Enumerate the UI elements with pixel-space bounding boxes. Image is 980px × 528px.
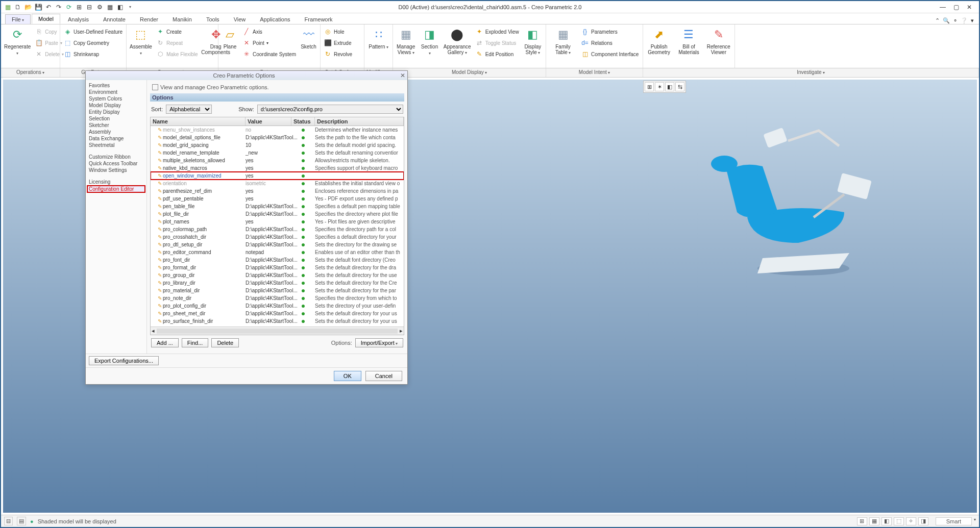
- toggle-status-button[interactable]: ⇄Toggle Status: [475, 38, 519, 48]
- tab-analysis[interactable]: Analysis: [61, 14, 95, 24]
- revolve-button[interactable]: ↻Revolve: [324, 49, 352, 59]
- tab-model[interactable]: Model: [32, 14, 60, 24]
- copy-button[interactable]: ⎘Copy: [35, 27, 64, 37]
- undo-icon[interactable]: ↶: [44, 3, 53, 12]
- find-button[interactable]: Find...: [182, 338, 209, 347]
- selection-filter[interactable]: Smart: [936, 517, 972, 525]
- option-row[interactable]: ✎pro_material_dirD:\applic\4KStartTool..…: [151, 287, 404, 294]
- option-row[interactable]: ✎pro_surface_finish_dirD:\applic\4KStart…: [151, 317, 404, 325]
- sb-6-icon[interactable]: ◨: [918, 517, 928, 525]
- ref-viewer-button[interactable]: ✎Reference Viewer: [706, 27, 731, 55]
- point-button[interactable]: ✕Point▾: [242, 38, 296, 48]
- dialog-titlebar[interactable]: Creo Parametric Options ✕: [86, 71, 407, 80]
- nav-environment[interactable]: Environment: [87, 89, 145, 95]
- copy-geom-button[interactable]: ⬚Copy Geometry: [63, 38, 122, 48]
- option-row[interactable]: ✎pro_group_dirD:\applic\4KStartTool...●S…: [151, 271, 404, 279]
- hole-button[interactable]: ◎Hole: [324, 27, 352, 37]
- settings-icon[interactable]: ⚬: [953, 17, 958, 24]
- import-export-button[interactable]: Import/Export: [355, 338, 403, 347]
- grp-operations[interactable]: Operations: [1, 68, 60, 77]
- option-row[interactable]: ✎model_rename_template_new●Sets the defa…: [151, 149, 404, 157]
- nav-configuration-editor[interactable]: Configuration Editor: [87, 185, 145, 193]
- option-row[interactable]: ✎pro_sheet_met_dirD:\applic\4KStartTool.…: [151, 310, 404, 317]
- option-row[interactable]: ✎pro_crosshatch_dirD:\applic\4KStartTool…: [151, 233, 404, 241]
- nav-selection[interactable]: Selection: [87, 115, 145, 122]
- option-row[interactable]: ✎pro_note_dirD:\applic\4KStartTool...●Sp…: [151, 294, 404, 302]
- tab-tools[interactable]: Tools: [200, 14, 226, 24]
- col-name[interactable]: Name: [151, 117, 246, 125]
- parameters-button[interactable]: {}Parameters: [581, 27, 639, 37]
- option-row[interactable]: ✎native_kbd_macrosyes●Specifies support …: [151, 164, 404, 172]
- nav-quick-access-toolbar[interactable]: Quick Access Toolbar: [87, 160, 145, 167]
- close-window-icon[interactable]: ⊟: [85, 3, 94, 12]
- section-button[interactable]: ◨Section: [420, 27, 439, 56]
- option-row[interactable]: ✎pro_plot_config_dirD:\applic\4KStartToo…: [151, 302, 404, 310]
- manage-views-button[interactable]: ▦Manage Views: [396, 27, 415, 56]
- nav-system-colors[interactable]: System Colors: [87, 95, 145, 102]
- nav-customize-ribbon[interactable]: Customize Ribbon: [87, 154, 145, 160]
- filter-dropdown-icon[interactable]: ▾: [974, 517, 976, 525]
- nav-favorites[interactable]: Favorites: [87, 82, 145, 89]
- nav-entity-display[interactable]: Entity Display: [87, 109, 145, 115]
- sb-3-icon[interactable]: ◧: [881, 517, 892, 525]
- bom-button[interactable]: ☰Bill of Materials: [676, 27, 701, 55]
- option-row[interactable]: ✎pen_table_fileD:\applic\4KStartTool...●…: [151, 203, 404, 210]
- nav-sketcher[interactable]: Sketcher: [87, 122, 145, 129]
- ok-button[interactable]: OK: [334, 371, 361, 381]
- redo-icon[interactable]: ↷: [54, 3, 63, 12]
- vt-3-icon[interactable]: ◧: [665, 82, 674, 91]
- option-row[interactable]: ✎multiple_skeletons_allowedyes●Allows/re…: [151, 157, 404, 164]
- tool2-icon[interactable]: ▦: [105, 3, 114, 12]
- family-table-button[interactable]: ▦Family Table: [549, 27, 577, 56]
- option-row[interactable]: ✎orientationisometric●Establishes the in…: [151, 180, 404, 187]
- display-style-button[interactable]: ◧Display Style: [523, 27, 543, 56]
- windows-icon[interactable]: ⊞: [75, 3, 84, 12]
- delete-button[interactable]: Delete: [211, 338, 239, 347]
- option-row[interactable]: ✎pro_font_dirD:\applic\4KStartTool...●Se…: [151, 256, 404, 264]
- grp-investigate[interactable]: Investigate: [643, 68, 979, 77]
- app-icon[interactable]: ▦: [3, 3, 12, 12]
- show-select[interactable]: d:\users\creo2\config.pro: [257, 105, 403, 114]
- option-row[interactable]: ✎pdf_use_pentableyes●Yes - PDF export us…: [151, 195, 404, 203]
- publish-geom-button[interactable]: ⬈Publish Geometry: [646, 27, 672, 55]
- axis-button[interactable]: ╱Axis: [242, 27, 296, 37]
- exploded-button[interactable]: ✦Exploded View: [475, 27, 519, 37]
- nav-model-display[interactable]: Model Display: [87, 102, 145, 109]
- help-icon[interactable]: ❔: [961, 17, 968, 24]
- maximize-icon[interactable]: ▢: [951, 3, 961, 12]
- vt-1-icon[interactable]: ⊞: [645, 82, 654, 91]
- assemble-button[interactable]: ⬚Assemble: [130, 27, 152, 56]
- tool1-icon[interactable]: ⚙: [95, 3, 104, 12]
- nav-assembly[interactable]: Assembly: [87, 129, 145, 135]
- tab-applications[interactable]: Applications: [253, 14, 297, 24]
- option-row[interactable]: ✎plot_namesyes●Yes - Plot files are give…: [151, 218, 404, 225]
- table-body[interactable]: ✎menu_show_instancesno●Determines whethe…: [151, 126, 404, 326]
- extrude-button[interactable]: ⬛Extrude: [324, 38, 352, 48]
- h-scrollbar[interactable]: ◂▸: [151, 326, 404, 335]
- help-minimize-icon[interactable]: ⌃: [935, 17, 940, 24]
- sb-4-icon[interactable]: ⬚: [894, 517, 904, 525]
- layer-icon[interactable]: ▤: [17, 517, 26, 525]
- edit-position-button[interactable]: ✎Edit Position: [475, 49, 519, 59]
- sketch-button[interactable]: 〰Sketch: [300, 27, 317, 49]
- col-value[interactable]: Value: [246, 117, 291, 125]
- sb-2-icon[interactable]: ▦: [869, 517, 879, 525]
- vt-4-icon[interactable]: ⇆: [675, 82, 684, 91]
- nav-data-exchange[interactable]: Data Exchange: [87, 135, 145, 142]
- nav-sheetmetal[interactable]: Sheetmetal: [87, 142, 145, 148]
- option-row[interactable]: ✎menu_show_instancesno●Determines whethe…: [151, 126, 404, 134]
- sb-5-icon[interactable]: ✧: [906, 517, 916, 525]
- qat-customize-icon[interactable]: [126, 3, 135, 12]
- option-row[interactable]: ✎open_window_maximizedyes●: [151, 172, 404, 180]
- grp-modelintent[interactable]: Model Intent: [546, 68, 643, 77]
- col-status[interactable]: Status: [291, 117, 315, 125]
- option-row[interactable]: ✎pro_colormap_pathD:\applic\4KStartTool.…: [151, 225, 404, 233]
- udf-button[interactable]: ◈User-Defined Feature: [63, 27, 122, 37]
- option-row[interactable]: ✎pro_editor_commandnotepad●Enables use o…: [151, 248, 404, 256]
- option-row[interactable]: ✎parenthesize_ref_dimyes●Encloses refere…: [151, 187, 404, 195]
- tool3-icon[interactable]: ◧: [115, 3, 125, 12]
- tab-framework[interactable]: Framework: [298, 14, 339, 24]
- tab-annotate[interactable]: Annotate: [96, 14, 132, 24]
- export-config-button[interactable]: Export Configurations...: [89, 356, 159, 365]
- regenerate-icon[interactable]: ⟳: [64, 3, 74, 12]
